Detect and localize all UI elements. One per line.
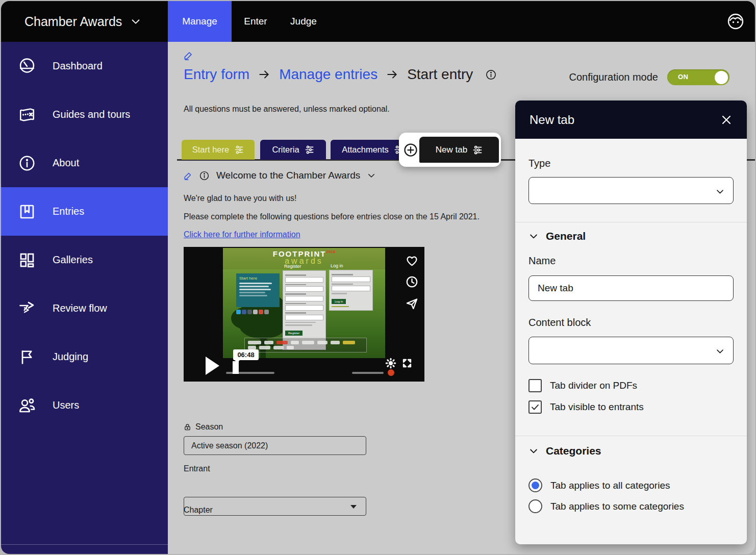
user-avatar-icon[interactable] bbox=[726, 12, 745, 31]
chevron-down-icon bbox=[715, 346, 725, 356]
entrant-field-label: Entrant bbox=[184, 464, 210, 473]
breadcrumb-current: Start entry bbox=[407, 66, 473, 83]
chapter-label-text: Chapter bbox=[184, 506, 213, 515]
video-site-title: FOOTPRINT2018 awards bbox=[223, 249, 385, 266]
chevron-down-icon[interactable] bbox=[367, 171, 376, 180]
edit-pencil-icon[interactable] bbox=[184, 51, 193, 60]
flag-icon bbox=[18, 348, 36, 366]
info-icon bbox=[18, 154, 36, 172]
close-icon[interactable] bbox=[720, 114, 733, 126]
categories-section-header[interactable]: Categories bbox=[528, 445, 601, 457]
flow-icon bbox=[18, 299, 36, 318]
name-input[interactable] bbox=[528, 275, 734, 301]
content-block-select[interactable] bbox=[528, 337, 734, 364]
sidebar-item-label: Galleries bbox=[53, 254, 93, 266]
breadcrumb-link-entry-form[interactable]: Entry form bbox=[184, 66, 249, 83]
checkbox-label: Tab divider on PDFs bbox=[550, 380, 637, 391]
season-label-text: Season bbox=[195, 422, 223, 432]
topnav-manage[interactable]: Manage bbox=[168, 1, 232, 42]
tab-criteria[interactable]: Criteria bbox=[260, 140, 326, 160]
new-tab-button[interactable]: New tab bbox=[419, 137, 499, 163]
season-input bbox=[184, 441, 366, 450]
season-field bbox=[184, 436, 366, 455]
topnav-enter-label: Enter bbox=[244, 16, 267, 27]
info-icon[interactable] bbox=[485, 69, 497, 81]
type-select[interactable] bbox=[528, 177, 734, 204]
tab-label: Start here bbox=[192, 145, 229, 155]
tab-label: Criteria bbox=[272, 145, 299, 155]
bookmark-icon bbox=[18, 203, 36, 221]
new-tab-dialog: New tab Type General Name Content block bbox=[515, 100, 747, 544]
video-start-here-box: Start here bbox=[236, 273, 280, 307]
check-icon bbox=[531, 402, 540, 412]
favorite-heart-icon[interactable] bbox=[405, 254, 419, 267]
new-tab-button-label: New tab bbox=[436, 145, 467, 155]
sidebar-item-judging[interactable]: Judging bbox=[1, 333, 168, 381]
share-send-icon[interactable] bbox=[405, 297, 419, 311]
radio-selected[interactable] bbox=[528, 478, 542, 492]
dialog-divider bbox=[515, 436, 747, 436]
app-window: Chamber Awards Manage Enter Judge Da bbox=[1, 1, 755, 554]
brand-switcher[interactable]: Chamber Awards bbox=[1, 1, 168, 42]
video-title-year: 2018 bbox=[326, 249, 335, 254]
toggle-knob bbox=[715, 71, 728, 84]
sidebar-item-label: Guides and tours bbox=[53, 109, 130, 120]
sidebar-item-label: About bbox=[53, 157, 79, 169]
tab-start-here[interactable]: Start here bbox=[182, 140, 255, 160]
info-icon[interactable] bbox=[199, 170, 210, 181]
sidebar-item-entries[interactable]: Entries bbox=[1, 187, 168, 236]
fullscreen-icon[interactable] bbox=[401, 357, 413, 369]
sidebar-item-users[interactable]: Users bbox=[1, 381, 168, 430]
sidebar-item-settings[interactable]: Settings bbox=[1, 547, 168, 554]
sidebar-item-about[interactable]: About bbox=[1, 139, 168, 187]
sidebar-item-label: Dashboard bbox=[53, 60, 103, 72]
chevron-down-icon bbox=[715, 187, 725, 196]
sidebar: Dashboard Guides and tours About bbox=[1, 42, 168, 554]
timestamp-value: 06:48 bbox=[237, 351, 254, 359]
chapter-field-label: Chapter bbox=[184, 506, 213, 515]
dialog-header: New tab bbox=[515, 100, 747, 139]
configuration-mode-toggle[interactable]: ON bbox=[667, 69, 729, 85]
intro-video-player[interactable]: FOOTPRINT2018 awards Start here bbox=[184, 247, 424, 382]
tab-divider-checkbox-row: Tab divider on PDFs bbox=[528, 379, 637, 392]
breadcrumb-arrow-icon bbox=[386, 68, 399, 81]
checkbox-unchecked[interactable] bbox=[528, 379, 542, 392]
brand-label: Chamber Awards bbox=[24, 14, 122, 29]
sidebar-item-dashboard[interactable]: Dashboard bbox=[1, 42, 168, 90]
map-icon bbox=[18, 106, 36, 124]
video-settings-gear-icon[interactable] bbox=[385, 357, 397, 369]
play-button[interactable] bbox=[206, 357, 219, 375]
breadcrumb-link-manage-entries[interactable]: Manage entries bbox=[279, 66, 377, 83]
general-section-header[interactable]: General bbox=[528, 230, 586, 242]
scrub-handle[interactable] bbox=[233, 361, 239, 374]
radio-label: Tab applies to some categories bbox=[550, 501, 684, 512]
video-footer-text bbox=[352, 372, 384, 374]
checkbox-checked[interactable] bbox=[528, 400, 542, 414]
content-block-label: Content block bbox=[528, 317, 591, 329]
edit-pencil-icon[interactable] bbox=[184, 171, 192, 180]
add-tab-plus-icon[interactable] bbox=[403, 142, 418, 158]
sidebar-item-label: Users bbox=[53, 399, 79, 411]
sidebar-item-guides[interactable]: Guides and tours bbox=[1, 90, 168, 139]
radio-unselected[interactable] bbox=[528, 499, 542, 513]
topnav-judge[interactable]: Judge bbox=[280, 1, 327, 42]
video-login-button: Log in bbox=[332, 299, 346, 304]
sidebar-item-label: Judging bbox=[53, 351, 88, 363]
sidebar-item-label: Review flow bbox=[53, 302, 107, 314]
welcome-heading: Welcome to the Chamber Awards bbox=[216, 170, 360, 181]
topnav-manage-label: Manage bbox=[182, 16, 217, 27]
welcome-paragraph-1: We're glad to have you with us! bbox=[184, 194, 297, 203]
radio-label: Tab applies to all categories bbox=[550, 480, 670, 491]
type-label: Type bbox=[528, 158, 550, 169]
sidebar-item-review-flow[interactable]: Review flow bbox=[1, 284, 168, 333]
topnav-enter[interactable]: Enter bbox=[232, 1, 280, 42]
all-categories-radio-row: Tab applies to all categories bbox=[528, 478, 670, 492]
sidebar-item-galleries[interactable]: Galleries bbox=[1, 236, 168, 284]
further-information-link[interactable]: Click here for further information bbox=[184, 230, 300, 239]
welcome-heading-row: Welcome to the Chamber Awards bbox=[184, 170, 376, 181]
sidebar-divider bbox=[1, 544, 168, 545]
history-clock-icon[interactable] bbox=[405, 275, 419, 289]
video-title-line2: awards bbox=[223, 257, 385, 266]
video-social-icons bbox=[236, 310, 269, 314]
users-icon bbox=[18, 396, 36, 415]
